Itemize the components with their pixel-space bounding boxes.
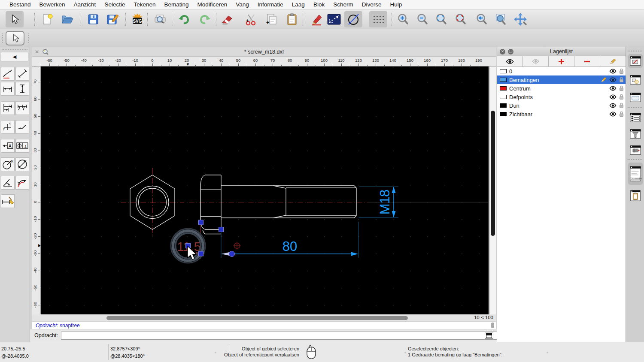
menu-item-laag[interactable]: Laag <box>288 1 309 8</box>
dock-selection-filter-button[interactable] <box>628 127 643 141</box>
layer-row-zichtbaar[interactable]: Zichtbaar <box>497 110 626 118</box>
circle-tool-button[interactable] <box>344 11 362 27</box>
back-button[interactable]: ◀ <box>1 52 28 61</box>
drawing-canvas[interactable]: M18 80 11.5 <box>41 66 489 314</box>
dim-arc-button[interactable] <box>15 176 29 190</box>
layer-row-bematingen[interactable]: Bematingen <box>497 75 626 84</box>
layer-row-dun[interactable]: Dun <box>497 101 626 110</box>
open-file-button[interactable] <box>60 12 75 27</box>
dim-diameter-button[interactable] <box>15 157 29 171</box>
layer-color-swatch[interactable] <box>500 95 507 99</box>
undo-button[interactable] <box>176 12 191 27</box>
paste-button[interactable] <box>285 12 299 27</box>
eye-icon[interactable] <box>609 94 617 100</box>
select-pointer-button[interactable] <box>6 11 24 27</box>
eye-icon[interactable] <box>609 77 617 82</box>
menu-item-informatie[interactable]: Informatie <box>253 1 288 8</box>
pan-button[interactable] <box>513 12 528 27</box>
lock-icon[interactable] <box>619 68 624 74</box>
dock-command-line-button[interactable]: > command <box>628 163 643 185</box>
grid-toggle-button[interactable] <box>369 11 387 27</box>
dock-block-list-button[interactable] <box>628 73 643 87</box>
delete-button[interactable] <box>220 12 234 27</box>
zoom-selection-button[interactable] <box>453 12 468 27</box>
layer-color-swatch[interactable] <box>500 103 507 108</box>
dock-library-browser-button[interactable] <box>628 90 643 104</box>
menu-item-bemating[interactable]: Bemating <box>160 1 193 8</box>
menu-item-hulp[interactable]: Hulp <box>386 1 406 8</box>
dim-label-button[interactable]: A <box>1 139 15 153</box>
eye-icon[interactable] <box>609 86 617 91</box>
lock-icon[interactable] <box>619 77 624 83</box>
command-options-button[interactable] <box>485 332 493 339</box>
layer-row-0[interactable]: 0 <box>497 67 626 75</box>
lock-icon[interactable] <box>619 111 624 117</box>
menu-item-bestand[interactable]: Bestand <box>5 1 35 8</box>
save-as-button[interactable] <box>106 12 120 27</box>
hide-all-layers-button[interactable] <box>523 56 549 66</box>
zoom-previous-button[interactable] <box>474 12 489 27</box>
dim-80-grip-circle[interactable] <box>229 251 235 257</box>
eye-icon[interactable] <box>609 103 617 108</box>
dim-baseline-button[interactable] <box>1 101 15 115</box>
dim-leader-button[interactable] <box>15 120 29 134</box>
dim-remove-all-button[interactable] <box>1 194 15 208</box>
layer-color-swatch[interactable] <box>500 112 507 116</box>
cut-button[interactable]: + <box>244 12 258 27</box>
menu-item-scherm[interactable]: Scherm <box>329 1 358 8</box>
zoom-auto-button[interactable] <box>434 12 449 27</box>
lock-icon[interactable] <box>619 103 624 109</box>
menu-item-bewerken[interactable]: Bewerken <box>35 1 70 8</box>
layer-row-defpoints[interactable]: Defpoints <box>497 93 626 101</box>
dim-vertical-button[interactable] <box>15 82 29 96</box>
menu-item-diverse[interactable]: Diverse <box>358 1 386 8</box>
redo-button[interactable] <box>198 12 213 27</box>
new-file-button[interactable] <box>40 12 55 27</box>
menu-item-vang[interactable]: Vang <box>231 1 253 8</box>
dim-ordinate-button[interactable]: xy <box>1 120 15 134</box>
menu-item-selectie[interactable]: Selectie <box>100 1 129 8</box>
eye-icon[interactable] <box>609 69 617 74</box>
copy-button[interactable]: + <box>264 12 279 27</box>
lock-icon[interactable] <box>619 85 624 91</box>
history-scrollbar-thumb[interactable] <box>491 323 494 328</box>
svg-export-button[interactable]: SVG <box>130 12 145 27</box>
layer-color-swatch[interactable] <box>500 69 507 73</box>
command-input[interactable] <box>61 332 512 340</box>
eye-icon[interactable] <box>609 112 617 117</box>
dim-radius-button[interactable]: R <box>1 157 15 171</box>
menu-item-blok[interactable]: Blok <box>309 1 329 8</box>
dock-property-list-button[interactable] <box>628 111 643 124</box>
selection-tool-button[interactable] <box>6 31 24 45</box>
dock-layer-list-button[interactable] <box>628 54 643 68</box>
dim-aligned-button[interactable] <box>15 67 29 81</box>
vertical-scrollbar[interactable] <box>489 66 496 314</box>
zoom-window-button[interactable] <box>494 12 508 27</box>
menu-item-aanzicht[interactable]: Aanzicht <box>70 1 100 8</box>
vertical-scrollbar-thumb[interactable] <box>491 111 495 236</box>
layer-color-swatch[interactable] <box>500 78 507 82</box>
zoom-in-button[interactable] <box>396 12 410 27</box>
dock-clipboard-button[interactable] <box>628 189 643 202</box>
line-tool-button[interactable] <box>327 12 341 27</box>
horizontal-scrollbar-thumb[interactable] <box>106 316 408 320</box>
dim-angular-button[interactable] <box>1 176 15 190</box>
dim-tolerance-button[interactable]: .1 <box>15 139 29 153</box>
draw-pencil-button[interactable] <box>310 12 325 27</box>
layer-row-centrum[interactable]: Centrum <box>497 84 626 93</box>
dim-horizontal-button[interactable] <box>1 82 15 96</box>
dim-continue-button[interactable] <box>15 101 29 115</box>
menu-item-modificeren[interactable]: Modificeren <box>193 1 232 8</box>
edit-layer-button[interactable] <box>600 56 626 66</box>
show-all-layers-button[interactable] <box>497 56 523 66</box>
remove-layer-button[interactable] <box>574 56 600 66</box>
layer-color-swatch[interactable] <box>500 86 507 90</box>
save-button[interactable] <box>86 12 100 27</box>
lock-icon[interactable] <box>619 94 624 100</box>
zoom-out-button[interactable] <box>415 12 430 27</box>
horizontal-scrollbar[interactable]: 10 < 100 <box>32 314 496 322</box>
menu-item-tekenen[interactable]: Tekenen <box>129 1 160 8</box>
dock-reference-tool-button[interactable] <box>628 143 643 157</box>
add-layer-button[interactable] <box>549 56 574 66</box>
print-preview-button[interactable] <box>153 12 167 27</box>
